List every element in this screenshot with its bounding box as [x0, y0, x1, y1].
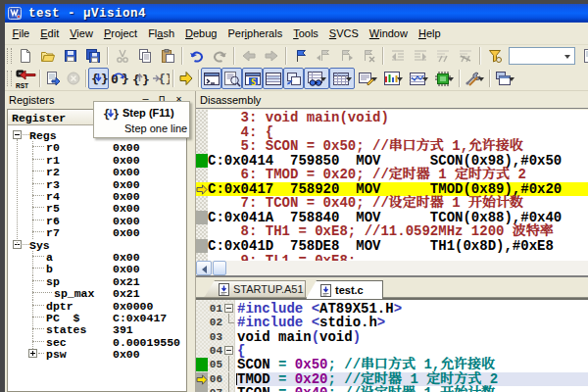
menu-debug[interactable]: Debug	[180, 24, 222, 42]
tree-expander-icon[interactable]	[13, 130, 22, 139]
register-row-r7[interactable]: r70x00	[8, 226, 186, 239]
scrollbar-thumb[interactable]	[213, 261, 226, 275]
register-row-sys[interactable]: Sys	[8, 239, 186, 252]
register-row-r0[interactable]: r00x00	[8, 141, 186, 154]
register-row-r4[interactable]: r40x00	[8, 190, 186, 203]
disassembly-line[interactable]: C:0x041D 758DE8 MOV TH1(0x8D),#0xE8	[196, 239, 588, 254]
save-button[interactable]	[59, 46, 81, 66]
step-out-button[interactable]: {}	[129, 68, 150, 89]
system-viewer-button[interactable]	[431, 68, 457, 89]
menu-svcs[interactable]: SVCS	[323, 24, 364, 42]
tab-test.c[interactable]: test.c	[306, 280, 383, 299]
register-row-sec[interactable]: sec0.00019550	[8, 336, 186, 349]
editor-line-07[interactable]: 07TCON = 0x40; //设定时器 1 开始计数	[196, 386, 588, 392]
step-over-button[interactable]: 0}	[109, 68, 129, 89]
save-all-button[interactable]	[81, 46, 104, 66]
menu-file[interactable]: File	[7, 24, 35, 42]
register-row-psw[interactable]: psw0x00	[8, 348, 186, 361]
register-row-states[interactable]: states391	[8, 323, 186, 336]
indent-more-button[interactable]	[409, 46, 431, 66]
editor-line-01[interactable]: 01#include <AT89X51.H>	[196, 302, 588, 316]
register-row-pc-$[interactable]: PC $C:0x0417	[8, 312, 186, 324]
open-folder-button[interactable]	[36, 46, 59, 66]
register-row-sp[interactable]: sp0x21	[8, 275, 186, 288]
fold-marker-icon[interactable]	[223, 344, 235, 358]
symbols-window-button[interactable]: S	[242, 68, 263, 89]
register-row-dptr[interactable]: dptr0x0000	[8, 300, 186, 313]
menu-help[interactable]: Help	[413, 24, 446, 42]
new-file-button[interactable]	[14, 46, 36, 66]
search-combobox[interactable]	[509, 47, 575, 65]
menu-view[interactable]: View	[65, 24, 99, 42]
nav-forward-button[interactable]	[260, 46, 282, 66]
run-button[interactable]	[42, 68, 63, 89]
disassembly-line[interactable]: C:0x0414 759850 MOV SCON(0x98),#0x50	[196, 154, 588, 169]
fold-marker-icon[interactable]	[223, 302, 235, 316]
toolbar-grip[interactable]	[7, 71, 12, 86]
register-row-r3[interactable]: r30x00	[8, 178, 186, 191]
registers-window-button[interactable]	[263, 68, 283, 89]
menu-flash[interactable]: Flash	[143, 24, 180, 42]
register-row-sp_max[interactable]: sp_max0x21	[8, 287, 186, 300]
register-column-label[interactable]: Register	[8, 110, 95, 125]
trace-window-button[interactable]	[406, 68, 431, 89]
bookmark-next-button[interactable]	[334, 46, 357, 66]
copy-button[interactable]	[133, 46, 156, 66]
disassembly-source-line[interactable]: 3: void main(void)	[196, 111, 588, 125]
disassembly-panel-header[interactable]: Disassembly	[196, 91, 588, 109]
command-window-button[interactable]	[201, 68, 221, 89]
undo-button[interactable]	[185, 46, 208, 66]
memory-window-button[interactable]	[329, 68, 355, 89]
register-row-b[interactable]: b0x00	[8, 263, 186, 275]
register-row-r2[interactable]: r20x00	[8, 166, 186, 178]
register-row-r5[interactable]: r50x00	[8, 202, 186, 215]
debug-toolbox-button[interactable]	[462, 68, 487, 89]
menu-tools[interactable]: Tools	[288, 24, 324, 42]
nav-back-button[interactable]	[237, 46, 260, 66]
bookmark-prev-button[interactable]	[312, 46, 334, 66]
callstack-window-button[interactable]	[283, 68, 304, 89]
editor-line-05[interactable]: 05SCON = 0x50; //串口方式 1,允许接收	[196, 358, 588, 371]
disassembly-source-line[interactable]: 4: {	[196, 125, 588, 140]
watch-window-button[interactable]	[304, 68, 329, 89]
serial-window-button[interactable]	[355, 68, 380, 89]
run-to-cursor-button[interactable]: {}	[150, 68, 171, 89]
disassembly-source-line[interactable]: 8: TH1 = 0xE8; //11.0592MHz 1200 波特率	[196, 224, 588, 239]
bookmark-clear-button[interactable]	[357, 46, 379, 66]
tree-expander-icon[interactable]	[28, 349, 37, 358]
menu-project[interactable]: Project	[98, 24, 142, 42]
disassembly-source-line[interactable]: 7: TCON = 0x40; //设定时器 1 开始计数	[196, 196, 588, 211]
disassembly-source-line[interactable]: 5: SCON = 0x50; //串口方式 1,允许接收	[196, 139, 588, 154]
edit-doc-button[interactable]	[578, 46, 588, 66]
step-into-button[interactable]: {}	[88, 68, 109, 89]
menu-peripherals[interactable]: Peripherals	[222, 24, 288, 42]
menu-window[interactable]: Window	[364, 24, 413, 42]
disassembly-view[interactable]: 3: void main(void) 4: { 5: SCON = 0x50; …	[196, 110, 588, 275]
register-row-r1[interactable]: r10x00	[8, 154, 186, 167]
menu-edit[interactable]: Edit	[35, 24, 65, 42]
redo-button[interactable]	[208, 46, 230, 66]
disassembly-hscrollbar[interactable]	[196, 261, 588, 275]
register-row-r6[interactable]: r60x00	[8, 215, 186, 227]
code-editor[interactable]: 01#include <AT89X51.H>02#include <stdio.…	[196, 298, 588, 392]
stop-button[interactable]	[63, 68, 83, 89]
tab-startup.a51[interactable]: STARTUP.A51	[204, 280, 306, 298]
next-statement-button[interactable]	[175, 68, 196, 89]
cut-button[interactable]	[111, 46, 133, 66]
disassembly-window-button[interactable]	[221, 68, 242, 89]
indent-less-button[interactable]	[386, 46, 409, 66]
restore-views-button[interactable]	[492, 68, 517, 89]
editor-line-06[interactable]: 06TMOD = 0x20; //定时器 1 定时方式 2	[196, 372, 588, 386]
config-flash-button[interactable]	[483, 46, 506, 66]
analysis-window-button[interactable]	[380, 68, 406, 89]
toolbar-grip[interactable]	[7, 48, 12, 64]
register-row-a[interactable]: a0x00	[8, 251, 186, 264]
reset-cpu-button[interactable]: RST	[14, 68, 37, 89]
bookmark-button[interactable]	[289, 46, 312, 66]
uncomment-button[interactable]	[454, 46, 476, 66]
paste-button[interactable]	[156, 46, 178, 66]
editor-line-03[interactable]: 03void main(void)	[196, 330, 588, 344]
disassembly-source-line[interactable]: 6: TMOD = 0x20; //定时器 1 定时方式 2	[196, 168, 588, 182]
scroll-left-icon[interactable]	[196, 261, 212, 275]
comment-button[interactable]	[431, 46, 454, 66]
